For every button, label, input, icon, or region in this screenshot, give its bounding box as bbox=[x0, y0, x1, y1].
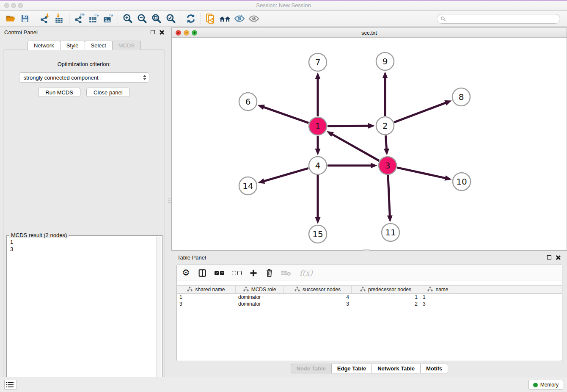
window-top-accent bbox=[0, 0, 567, 1]
cell-predecessor-nodes-row1[interactable]: 1 bbox=[352, 294, 420, 301]
tab-network[interactable]: Network bbox=[28, 41, 61, 50]
delete-column-icon[interactable] bbox=[265, 268, 273, 277]
arrowhead-3-11 bbox=[387, 215, 393, 222]
memory-button[interactable]: Memory bbox=[528, 380, 563, 390]
cell-predecessor-nodes-row2[interactable]: 2 bbox=[352, 301, 420, 307]
column-header-name[interactable]: name bbox=[420, 286, 456, 293]
run-mcds-button[interactable]: Run MCDS bbox=[38, 88, 80, 97]
column-header-successor-nodes[interactable]: successor nodes bbox=[284, 286, 352, 293]
column-header-predecessor-nodes[interactable]: predecessor nodes bbox=[352, 286, 420, 293]
column-header-shared-name[interactable]: shared name bbox=[177, 286, 236, 293]
node-table: shared nameMCDS rolesuccessor nodesprede… bbox=[177, 285, 562, 361]
mcds-result-title: MCDS result (2 nodes) bbox=[9, 232, 69, 238]
import-table-icon bbox=[54, 13, 65, 24]
control-panel-tabs: NetworkStyleSelectMCDS bbox=[0, 41, 168, 50]
search-box[interactable] bbox=[437, 14, 560, 24]
float-table-panel-icon[interactable] bbox=[547, 255, 551, 259]
save-session-button[interactable] bbox=[18, 12, 32, 25]
zoom-out-button[interactable] bbox=[135, 12, 149, 25]
export-image-icon bbox=[102, 13, 113, 24]
zoom-in-button[interactable] bbox=[121, 12, 135, 25]
network-resize-handle[interactable] bbox=[363, 249, 370, 251]
duplicate-network-button[interactable] bbox=[204, 12, 218, 25]
graph-node-label-14: 14 bbox=[242, 181, 253, 191]
cell-successor-nodes-row1[interactable]: 4 bbox=[284, 294, 352, 301]
mcds-panel: Optimization criterion: strongly connect… bbox=[3, 50, 165, 392]
cell-name-row1[interactable]: 1 bbox=[420, 294, 456, 301]
panel-divider-handle[interactable] bbox=[168, 193, 171, 208]
show-all-button[interactable] bbox=[247, 12, 261, 25]
list-icon bbox=[8, 382, 14, 383]
control-panel-title: Control Panel bbox=[4, 29, 38, 36]
cell-MCDS-role-row2[interactable]: dominator bbox=[236, 301, 284, 307]
import-network-button[interactable] bbox=[38, 12, 52, 25]
column-tree-icon bbox=[360, 287, 366, 293]
tab-edge-table[interactable]: Edge Table bbox=[331, 364, 372, 373]
cell-shared-name-row1[interactable]: 1 bbox=[177, 294, 236, 301]
search-icon bbox=[440, 16, 446, 22]
refresh-view-button[interactable] bbox=[184, 12, 198, 25]
edge-2-3[interactable] bbox=[385, 135, 386, 151]
cell-MCDS-role-row1[interactable]: dominator bbox=[236, 294, 284, 301]
add-column-icon[interactable] bbox=[249, 269, 258, 277]
search-input[interactable] bbox=[448, 16, 556, 22]
tab-node-table[interactable]: Node Table bbox=[291, 364, 332, 373]
zoom-selected-button[interactable] bbox=[164, 12, 178, 25]
refresh-icon bbox=[185, 13, 196, 24]
window-titlebar[interactable]: Session: New Session bbox=[0, 0, 567, 11]
column-layout-icon[interactable] bbox=[198, 268, 207, 278]
table-toolbar: ⚙ bbox=[177, 265, 562, 281]
close-panel-button[interactable]: Close panel bbox=[86, 88, 130, 97]
export-table-button[interactable] bbox=[86, 12, 101, 25]
memory-status-dot bbox=[533, 383, 538, 387]
tab-style[interactable]: Style bbox=[60, 41, 85, 50]
table-row[interactable]: 1dominator411 bbox=[177, 294, 562, 301]
graph-node-label-9: 9 bbox=[383, 56, 388, 66]
network-window-titlebar[interactable]: scc.txt bbox=[172, 28, 567, 38]
edge-3-1[interactable] bbox=[330, 133, 379, 161]
control-panel: Control Panel NetworkStyleSelectMCDS Opt… bbox=[0, 27, 168, 377]
main-toolbar bbox=[0, 11, 567, 27]
close-table-panel-icon[interactable] bbox=[556, 255, 560, 260]
float-panel-icon[interactable] bbox=[151, 30, 155, 34]
deselect-all-icon[interactable] bbox=[232, 271, 242, 275]
select-all-icon[interactable] bbox=[215, 271, 224, 275]
edge-1-6[interactable] bbox=[262, 107, 308, 123]
export-table-icon bbox=[88, 13, 99, 24]
arrowhead-2-3 bbox=[384, 149, 389, 155]
export-network-button[interactable] bbox=[72, 12, 86, 25]
toolbar-separator bbox=[201, 13, 201, 24]
column-header-MCDS-role[interactable]: MCDS role bbox=[236, 286, 284, 293]
import-table-button[interactable] bbox=[52, 12, 66, 25]
cell-successor-nodes-row2[interactable]: 3 bbox=[284, 301, 352, 307]
edge-1-2[interactable] bbox=[328, 126, 370, 126]
first-neighbors-button[interactable] bbox=[218, 12, 232, 25]
tab-network-table[interactable]: Network Table bbox=[372, 364, 421, 373]
result-scrollbar[interactable] bbox=[156, 237, 161, 392]
column-header-label: MCDS role bbox=[251, 287, 276, 293]
export-image-button[interactable] bbox=[101, 12, 115, 25]
hide-selected-button[interactable] bbox=[232, 12, 247, 25]
table-settings-gear-icon[interactable]: ⚙ bbox=[182, 268, 190, 277]
tab-motifs[interactable]: Motifs bbox=[420, 364, 448, 373]
zoom-fit-button[interactable] bbox=[149, 12, 164, 25]
edge-4-14[interactable] bbox=[262, 168, 308, 182]
edge-3-11[interactable] bbox=[388, 175, 390, 218]
cell-shared-name-row2[interactable]: 3 bbox=[177, 301, 236, 307]
column-tree-icon bbox=[243, 287, 249, 293]
table-panel-tabs: Node TableEdge TableNetwork TableMotifs bbox=[171, 364, 567, 373]
tab-mcds[interactable]: MCDS bbox=[112, 41, 141, 50]
table-row[interactable]: 3dominator323 bbox=[177, 301, 562, 307]
open-folder-icon bbox=[5, 14, 16, 24]
column-tree-icon bbox=[295, 287, 300, 293]
task-history-button[interactable] bbox=[4, 380, 17, 390]
network-canvas[interactable]: 7968124314101511 bbox=[172, 38, 567, 250]
open-file-button[interactable] bbox=[3, 12, 18, 25]
tab-select[interactable]: Select bbox=[85, 41, 113, 50]
cell-name-row2[interactable]: 3 bbox=[420, 301, 456, 307]
close-panel-icon[interactable] bbox=[159, 30, 164, 35]
criterion-select[interactable]: strongly connected component bbox=[19, 72, 149, 83]
mcds-result-text[interactable]: 1 3 bbox=[8, 238, 155, 392]
edge-2-8[interactable] bbox=[394, 102, 448, 122]
edge-3-10[interactable] bbox=[397, 168, 447, 179]
